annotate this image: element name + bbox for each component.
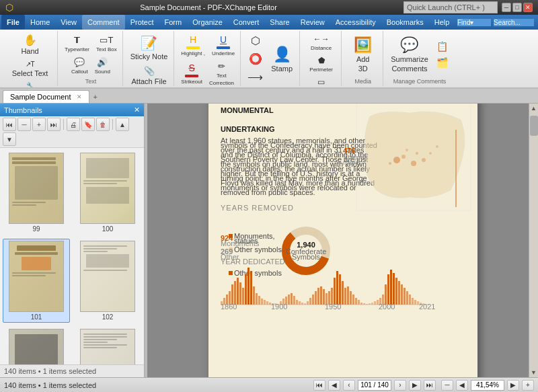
area-btn[interactable]: ▭ Area▾ [307, 75, 336, 89]
svg-text:Monuments: Monuments [221, 239, 260, 247]
attach-file-btn[interactable]: 📎 Attach File [129, 64, 169, 87]
sticky-note-btn[interactable]: 📝 Sticky Note [127, 32, 171, 63]
thumbnail-103[interactable]: 103 [3, 327, 70, 364]
zoom-out-btn[interactable]: ─ [441, 380, 453, 391]
tab-close-icon[interactable]: ✕ [77, 93, 82, 100]
thumb-img-103 [9, 329, 64, 364]
thumb-img-104 [80, 329, 135, 364]
scroll-up-arrow[interactable]: ▲ [529, 104, 538, 113]
svg-rect-55 [237, 278, 239, 305]
shape-tool-btn[interactable]: ⬡ [245, 32, 266, 49]
svg-text:YEARS REMOVED: YEARS REMOVED [221, 204, 294, 212]
textbox-btn[interactable]: ▭T Text Box [93, 33, 120, 54]
close-btn[interactable]: ✕ [523, 3, 533, 12]
menu-share[interactable]: Share [264, 15, 295, 30]
new-tab-btn[interactable]: + [89, 91, 102, 103]
zoom-in-btn[interactable]: + [522, 380, 534, 391]
next-page-btn[interactable]: ▶ [409, 380, 421, 391]
menu-file[interactable]: File [1, 15, 25, 30]
comment-icon-1: 📋 [436, 41, 448, 52]
add-3d-btn[interactable]: 🖼️ Add 3D [348, 34, 378, 75]
select-text-btn[interactable]: ↗T Select Text [9, 58, 51, 79]
thumbnail-104[interactable]: 104 [74, 327, 141, 364]
scroll-thumb[interactable] [530, 116, 538, 136]
manage-comments-label: Manage Comments [393, 77, 447, 85]
menu-accessibility[interactable]: Accessibility [330, 15, 381, 30]
first-page-btn[interactable]: ⏮ [313, 380, 325, 391]
thumbnail-99[interactable]: 99 [3, 151, 70, 235]
maximize-btn[interactable]: □ [512, 3, 522, 12]
svg-rect-60 [250, 271, 252, 305]
menu-bookmarks[interactable]: Bookmarks [381, 15, 429, 30]
zoom-slider-left[interactable]: ◀ [456, 380, 468, 391]
svg-text:Symbols: Symbols [291, 253, 320, 261]
scroll-down-arrow[interactable]: ▼ [529, 368, 538, 377]
svg-rect-91 [334, 278, 336, 305]
menu-home[interactable]: Home [25, 15, 55, 30]
thumb-img-101 [9, 241, 64, 312]
thumbnail-100[interactable]: 100 [74, 151, 141, 235]
svg-rect-75 [291, 293, 293, 305]
menu-comment[interactable]: Comment [82, 15, 125, 30]
menu-view[interactable]: View [55, 15, 82, 30]
svg-rect-99 [355, 298, 357, 305]
thumb-img-99 [9, 153, 64, 224]
thumbnails-toolbar: ⏮ ─ + ⏭ 🖨 🔖 🗑 ▲ ▼ [0, 116, 144, 148]
thumb-delete-btn[interactable]: 🗑 [96, 118, 110, 131]
last-page-btn[interactable]: ⏭ [424, 380, 436, 391]
minimize-btn[interactable]: ─ [502, 3, 511, 12]
thumb-first-btn[interactable]: ⏮ [3, 118, 16, 131]
attach-icon: 📎 [144, 66, 155, 76]
viewer-scrollbar[interactable]: ▲ ▼ [529, 104, 538, 377]
summarize-comments-btn[interactable]: 💬 Summarize Comments [387, 34, 432, 75]
callout-btn[interactable]: 💬 Callout [69, 55, 91, 77]
page-number-input[interactable] [358, 380, 391, 391]
document-tab[interactable]: Sample Document ✕ [3, 90, 89, 103]
thumbnail-102[interactable]: 102 [74, 239, 141, 323]
quick-launch-bar[interactable]: Quick Launch (CTRL+ ) [404, 1, 498, 13]
thumbnail-101[interactable]: 101 [3, 239, 70, 323]
perimeter-btn[interactable]: ⬟ Perimeter [307, 54, 336, 75]
zoom-controls: ─ ◀ ▶ + [441, 380, 534, 391]
stamp-btn[interactable]: 👤 Stamp [267, 43, 297, 75]
comment-opt2-btn[interactable]: 🗂️ [433, 55, 452, 70]
thumb-zoom-out-btn[interactable]: ─ [17, 118, 31, 131]
menu-convert[interactable]: Convert [228, 15, 265, 30]
comment-opt1-btn[interactable]: 📋 [433, 39, 452, 54]
search-btn[interactable]: Search... [494, 19, 534, 26]
menu-review[interactable]: Review [295, 15, 330, 30]
underline-btn[interactable]: U Underline [209, 32, 237, 58]
text-correction-btn[interactable]: ✏ Text Correction [206, 59, 237, 88]
find-btn[interactable]: Find▾ [457, 19, 491, 26]
strikeout-btn[interactable]: S Strikeout [178, 59, 205, 88]
sound-btn[interactable]: 🔊 Sound [92, 55, 113, 77]
prev-page-small-btn[interactable]: ‹ [343, 380, 355, 391]
thumb-last-btn[interactable]: ⏭ [47, 118, 61, 131]
distance-btn[interactable]: ←→ Distance [307, 32, 336, 53]
document-viewer[interactable]: SYMBOLS REMOVED MONUMENTAL UNDERTAKING A… [147, 104, 538, 377]
zoom-input[interactable] [471, 380, 504, 391]
next-page-small-btn[interactable]: › [394, 380, 406, 391]
thumb-print-btn[interactable]: 🖨 [67, 118, 80, 131]
zoom-slider-right[interactable]: ▶ [507, 380, 519, 391]
menu-organize[interactable]: Organize [187, 15, 228, 30]
highlight-btn[interactable]: H Highlight , [178, 32, 208, 58]
thumb-bookmark-btn[interactable]: 🔖 [81, 118, 95, 131]
svg-rect-119 [409, 295, 411, 305]
other-tools-btn[interactable]: 🔧 Other Tools ▾ [5, 80, 54, 89]
menu-protect[interactable]: Protect [125, 15, 159, 30]
thumb-scroll-up[interactable]: ▲ [116, 118, 129, 131]
panel-close-icon[interactable]: ✕ [134, 106, 140, 114]
prev-page-btn[interactable]: ◀ [328, 380, 340, 391]
menu-form[interactable]: Form [159, 15, 188, 30]
thumb-scroll-down[interactable]: ▼ [3, 132, 16, 146]
arrow-tool-btn[interactable]: ⟶ [245, 69, 266, 85]
menu-help[interactable]: Help [429, 15, 455, 30]
circle-tool-btn[interactable]: ⭕ [245, 50, 266, 67]
svg-rect-100 [358, 300, 360, 305]
typewriter-btn[interactable]: 𝗧 Typewriter [62, 33, 92, 54]
hand-tool-btn[interactable]: ✋ Hand [17, 32, 42, 58]
thumb-zoom-in-btn[interactable]: + [32, 118, 46, 131]
strikeout-icon: S [188, 63, 194, 73]
distance-icon: ←→ [313, 34, 330, 44]
